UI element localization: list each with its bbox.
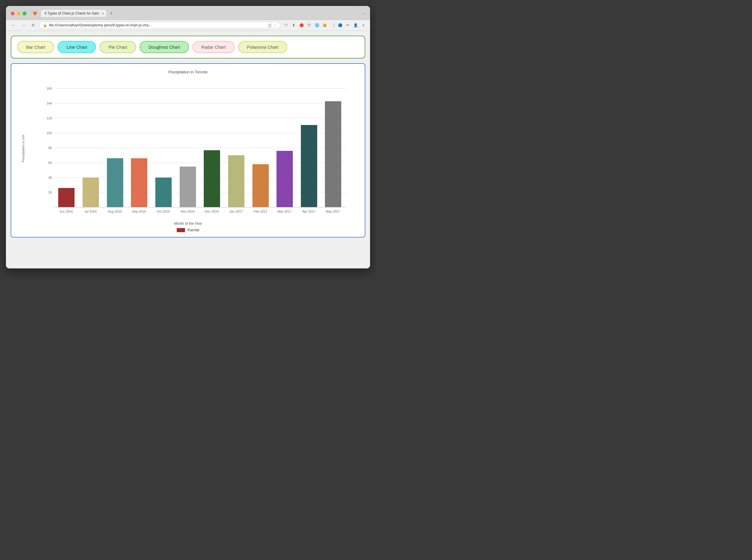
bar-mar2017: [277, 151, 293, 207]
extension7-icon[interactable]: 👤: [352, 22, 359, 28]
download-icon[interactable]: ⬇: [291, 22, 297, 28]
tab-title: 6 Types of Chart.js Charts for Sam: [44, 11, 99, 16]
back-button[interactable]: ←: [9, 22, 17, 29]
shield-icon[interactable]: 🛡: [283, 22, 289, 28]
nav-buttons-container: Bar Chart Line Chart Pie Chart Doughnut …: [11, 36, 365, 59]
tab-close-icon[interactable]: ✕: [102, 12, 104, 15]
bar-sep2016: [131, 158, 147, 207]
svg-text:Aug 2016: Aug 2016: [108, 209, 122, 213]
maximize-button[interactable]: [23, 12, 26, 16]
active-tab[interactable]: 6 Types of Chart.js Charts for Sam ✕: [41, 10, 106, 17]
doughnut-chart-button[interactable]: Doughnut Chart: [140, 41, 189, 53]
browser-window: 🦊 6 Types of Chart.js Charts for Sam ✕ +…: [6, 6, 370, 268]
polararea-chart-button[interactable]: Polararea Chart: [238, 41, 288, 53]
svg-text:120: 120: [47, 116, 52, 120]
bar-may2017: [325, 101, 341, 207]
close-button[interactable]: [11, 12, 15, 16]
svg-text:Sep 2016: Sep 2016: [132, 209, 146, 213]
svg-text:160: 160: [47, 87, 52, 90]
bar-dec2016: [204, 150, 220, 207]
bar-nov2016: [180, 166, 196, 207]
chevron-down-icon[interactable]: ⌄: [362, 11, 365, 16]
browser-toolbar: ← → ↻ 🔒 file:///Users/nathan/Downloads/m…: [6, 20, 370, 31]
pie-chart-button[interactable]: Pie Chart: [99, 41, 136, 53]
bar-jul2016: [83, 178, 99, 207]
legend-color-swatch: [177, 228, 185, 232]
url-text: file:///Users/nathan/Downloads/my pens/6…: [49, 23, 266, 27]
svg-text:Jun 2016: Jun 2016: [59, 209, 73, 213]
minimize-button[interactable]: [17, 12, 20, 16]
browser-titlebar: 🦊 6 Types of Chart.js Charts for Sam ✕ +…: [6, 6, 370, 20]
tab-bar: 6 Types of Chart.js Charts for Sam ✕ +: [41, 9, 359, 17]
extension3-icon[interactable]: 🌐: [314, 22, 320, 28]
y-axis-label: Precipitation in mm: [21, 135, 25, 162]
favicon-icon: 🦊: [32, 11, 37, 16]
line-chart-button[interactable]: Line Chart: [58, 41, 96, 53]
svg-text:Nov 2016: Nov 2016: [181, 209, 195, 213]
forward-button[interactable]: →: [20, 22, 27, 29]
radar-chart-button[interactable]: Radar Chart: [193, 41, 235, 53]
bar-jun2016: [58, 188, 75, 207]
svg-text:Oct 2016: Oct 2016: [157, 209, 170, 213]
extension1-icon[interactable]: 🔴: [298, 22, 305, 28]
traffic-lights: [11, 12, 26, 16]
bookmark-icon[interactable]: 📑: [329, 22, 336, 28]
extension2-icon[interactable]: ⏱: [306, 22, 313, 28]
svg-text:40: 40: [48, 176, 52, 179]
chart-title: Precipitation in Toronto: [17, 70, 359, 74]
extension6-icon[interactable]: ✏: [344, 22, 351, 28]
new-tab-button[interactable]: +: [107, 9, 115, 17]
bar-chart-button[interactable]: Bar Chart: [17, 41, 54, 53]
svg-text:Jan 2017: Jan 2017: [229, 209, 243, 213]
legend-label: Rainfall: [187, 228, 199, 232]
x-axis-label: Month of the Year: [17, 221, 359, 226]
svg-text:60: 60: [48, 161, 52, 164]
svg-text:Feb 2017: Feb 2017: [254, 209, 267, 213]
bar-aug2016: [107, 158, 123, 207]
svg-text:Dec 2016: Dec 2016: [205, 209, 219, 213]
bar-oct2016: [155, 178, 172, 207]
bar-jan2017: [228, 155, 244, 207]
address-bar[interactable]: 🔒 file:///Users/nathan/Downloads/my pens…: [39, 22, 280, 29]
svg-text:140: 140: [47, 102, 52, 105]
extension5-icon[interactable]: 🔵: [337, 22, 343, 28]
chart-container: Precipitation in Toronto Precipitation i…: [11, 63, 365, 238]
svg-text:Jul 2016: Jul 2016: [84, 209, 97, 213]
toolbar-icons: 🛡 ⬇ 🔴 ⏱ 🌐 😀 📑 🔵 ✏ 👤 ≡: [283, 22, 367, 28]
bar-apr2017: [301, 125, 317, 207]
svg-text:80: 80: [48, 146, 52, 149]
svg-text:Apr 2017: Apr 2017: [302, 209, 316, 213]
svg-text:100: 100: [47, 131, 52, 135]
reload-button[interactable]: ↻: [30, 22, 37, 29]
svg-text:20: 20: [48, 191, 52, 194]
chart-legend: Rainfall: [17, 228, 359, 232]
bar-chart-svg: .grid-line { stroke: #e0e0e0; stroke-wid…: [29, 77, 359, 219]
svg-text:May 2017: May 2017: [326, 209, 340, 213]
menu-icon[interactable]: ≡: [360, 22, 367, 28]
extension4-icon[interactable]: 😀: [321, 22, 328, 28]
bar-feb2017: [253, 164, 269, 207]
svg-text:Mar 2017: Mar 2017: [278, 209, 291, 213]
page-content: Bar Chart Line Chart Pie Chart Doughnut …: [6, 31, 370, 268]
